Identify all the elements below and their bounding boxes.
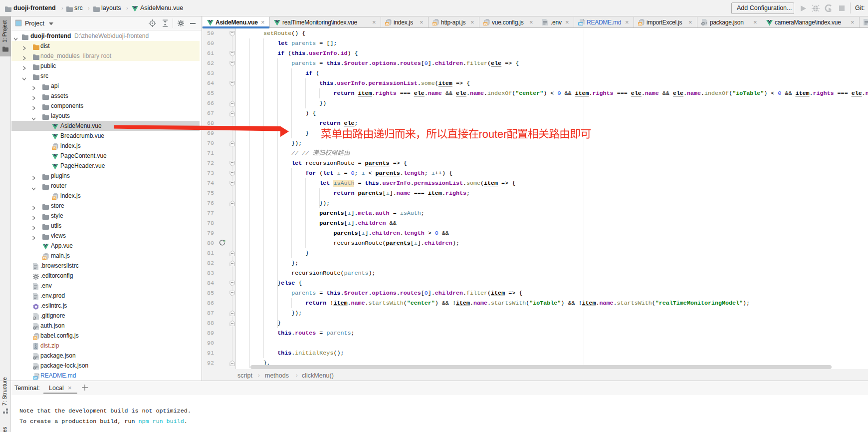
svg-text:MD: MD <box>33 377 37 380</box>
svg-text:router: router <box>479 128 507 140</box>
svg-text:JS: JS <box>52 197 56 200</box>
svg-text:JS: JS <box>33 337 37 340</box>
svg-text:JS: JS <box>43 257 46 260</box>
svg-text:MD: MD <box>579 22 583 25</box>
svg-text:JS: JS <box>386 22 389 25</box>
svg-text:JS: JS <box>484 22 487 25</box>
svg-text:JS: JS <box>639 22 642 25</box>
svg-text:JS: JS <box>52 147 56 150</box>
svg-text:JS: JS <box>433 22 436 25</box>
